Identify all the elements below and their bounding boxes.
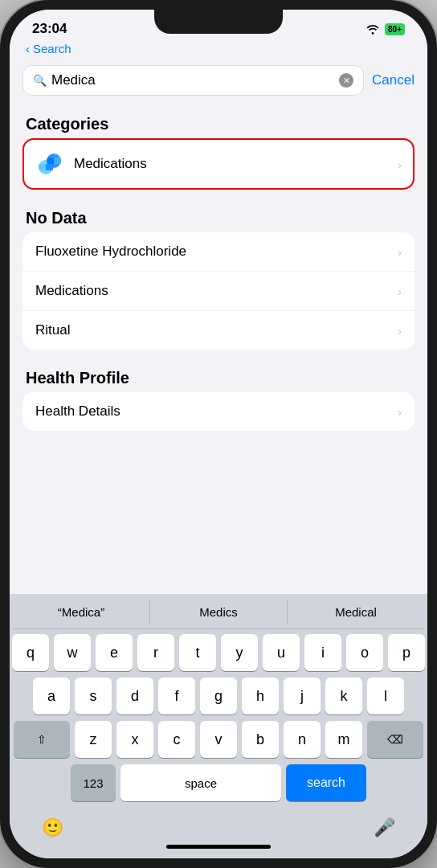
key-q[interactable]: q bbox=[12, 634, 49, 671]
key-b[interactable]: b bbox=[242, 721, 279, 758]
clear-button[interactable]: ✕ bbox=[339, 73, 353, 88]
keyboard-row-4: 123 space search bbox=[13, 764, 424, 801]
categories-header: Categories bbox=[10, 102, 427, 138]
medications-label: Medications bbox=[35, 283, 391, 299]
key-p[interactable]: p bbox=[388, 634, 425, 671]
svg-rect-4 bbox=[46, 164, 53, 170]
shift-key[interactable]: ⇧ bbox=[14, 721, 70, 758]
key-u[interactable]: u bbox=[263, 634, 300, 671]
key-h[interactable]: h bbox=[242, 678, 279, 714]
keyboard-row-3: ⇧ z x c v b n m ⌫ bbox=[13, 721, 424, 758]
key-e[interactable]: e bbox=[96, 634, 133, 671]
pills-icon bbox=[35, 149, 64, 178]
battery-badge: 80+ bbox=[385, 23, 405, 35]
chevron-right-icon: › bbox=[398, 405, 402, 419]
autocomplete-item[interactable]: Medical bbox=[288, 600, 424, 624]
key-x[interactable]: x bbox=[116, 721, 153, 758]
no-data-list: Fluoxetine Hydrochloride › Medications ›… bbox=[22, 232, 415, 350]
mic-icon[interactable]: 🎤 bbox=[374, 817, 395, 838]
key-d[interactable]: d bbox=[116, 678, 153, 714]
medications-category-item[interactable]: Medications › bbox=[22, 138, 415, 190]
key-t[interactable]: t bbox=[179, 634, 216, 671]
key-c[interactable]: c bbox=[158, 721, 195, 758]
list-item[interactable]: Ritual › bbox=[22, 311, 415, 350]
key-i[interactable]: i bbox=[304, 634, 341, 671]
svg-rect-7 bbox=[54, 158, 61, 164]
keyboard-row-1: q w e r t y u i o p bbox=[13, 634, 424, 671]
list-item[interactable]: Fluoxetine Hydrochloride › bbox=[22, 232, 415, 272]
notch bbox=[154, 10, 283, 34]
chevron-right-icon: › bbox=[398, 245, 402, 259]
chevron-right-icon: › bbox=[398, 285, 402, 298]
back-button[interactable]: ‹ Search bbox=[26, 42, 411, 55]
key-w[interactable]: w bbox=[54, 634, 91, 671]
key-y[interactable]: y bbox=[221, 634, 258, 671]
search-bar[interactable]: 🔍 Medica ✕ bbox=[22, 65, 364, 96]
search-icon: 🔍 bbox=[33, 74, 47, 87]
key-a[interactable]: a bbox=[33, 678, 70, 714]
key-z[interactable]: z bbox=[75, 721, 112, 758]
key-l[interactable]: l bbox=[367, 678, 404, 714]
back-label: Search bbox=[33, 42, 71, 55]
space-key[interactable]: space bbox=[120, 764, 281, 801]
medications-label: Medications bbox=[74, 156, 388, 172]
health-details-label: Health Details bbox=[35, 403, 391, 420]
autocomplete-item[interactable]: “Medica” bbox=[13, 600, 150, 624]
keyboard: “Medica” Medics Medical q w e r t y u i … bbox=[10, 594, 427, 811]
key-v[interactable]: v bbox=[200, 721, 237, 758]
nav-bar: ‹ Search bbox=[10, 40, 427, 62]
key-f[interactable]: f bbox=[158, 678, 195, 714]
search-bar-container: 🔍 Medica ✕ Cancel bbox=[10, 62, 427, 102]
no-data-header: No Data bbox=[10, 196, 427, 232]
cancel-button[interactable]: Cancel bbox=[372, 72, 415, 88]
chevron-left-icon: ‹ bbox=[26, 42, 30, 55]
phone-frame: 23:04 80+ ‹ Search 🔍 Medica ✕ bbox=[0, 0, 437, 868]
chevron-right-icon: › bbox=[398, 324, 402, 338]
home-bar-wrapper bbox=[10, 841, 427, 858]
health-profile-header: Health Profile bbox=[10, 356, 427, 392]
autocomplete-item[interactable]: Medics bbox=[150, 600, 288, 624]
key-g[interactable]: g bbox=[200, 678, 237, 714]
key-n[interactable]: n bbox=[284, 721, 321, 758]
search-key[interactable]: search bbox=[286, 764, 366, 801]
key-m[interactable]: m bbox=[325, 721, 362, 758]
key-k[interactable]: k bbox=[325, 678, 362, 714]
health-profile-list: Health Details › bbox=[22, 392, 415, 431]
key-s[interactable]: s bbox=[75, 678, 112, 714]
backspace-key[interactable]: ⌫ bbox=[367, 721, 423, 758]
key-r[interactable]: r bbox=[137, 634, 174, 671]
status-time: 23:04 bbox=[32, 21, 67, 37]
fluoxetine-label: Fluoxetine Hydrochloride bbox=[35, 244, 391, 260]
keyboard-row-2: a s d f g h j k l bbox=[13, 678, 424, 714]
content-area: Categories Medications › bbox=[10, 102, 427, 594]
status-icons: 80+ bbox=[366, 23, 405, 35]
list-item[interactable]: Medications › bbox=[22, 272, 415, 311]
keyboard-bottom-bar: 🙂 🎤 bbox=[10, 811, 427, 841]
num-key[interactable]: 123 bbox=[71, 764, 116, 801]
phone-screen: 23:04 80+ ‹ Search 🔍 Medica ✕ bbox=[10, 10, 427, 858]
chevron-right-icon: › bbox=[398, 158, 402, 171]
key-j[interactable]: j bbox=[284, 678, 321, 714]
autocomplete-bar: “Medica” Medics Medical bbox=[13, 600, 424, 629]
wifi-icon bbox=[366, 23, 380, 35]
key-o[interactable]: o bbox=[346, 634, 383, 671]
emoji-icon[interactable]: 🙂 bbox=[42, 817, 63, 838]
list-item[interactable]: Health Details › bbox=[22, 392, 415, 431]
home-indicator bbox=[166, 845, 271, 849]
search-input[interactable]: Medica bbox=[51, 72, 334, 88]
ritual-label: Ritual bbox=[35, 322, 391, 338]
